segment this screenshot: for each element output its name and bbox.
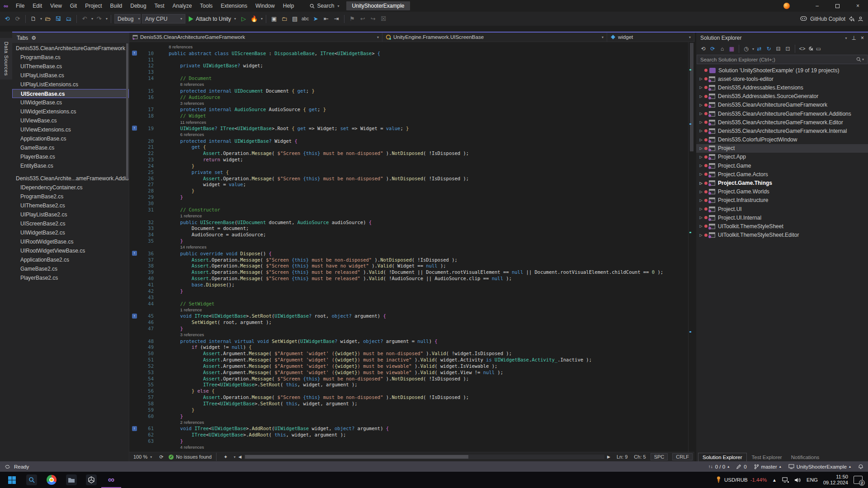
project-node[interactable]: ▷Project bbox=[696, 144, 868, 153]
bell-icon[interactable] bbox=[858, 464, 863, 469]
project-node[interactable]: ▷Denis535.Addressables.SourceGenerator bbox=[696, 92, 868, 101]
code-line[interactable]: 50 Assert.Argument.Message( $"Argument '… bbox=[129, 350, 688, 357]
project-node[interactable]: ▷Project.Game.Actors bbox=[696, 170, 868, 178]
codelens-row[interactable]: 8 references bbox=[129, 81, 688, 88]
document-tab-idependencycontainer-cs[interactable]: IDependencyContainer.cs bbox=[12, 183, 129, 192]
menu-debug[interactable]: Debug bbox=[126, 0, 150, 12]
code-line[interactable]: 51 Assert.Argument.Message( $"Argument '… bbox=[129, 357, 688, 363]
codelens-references[interactable]: 6 references bbox=[180, 132, 204, 137]
code-line[interactable]: 21 get { bbox=[129, 144, 688, 150]
codelens-row[interactable]: 6 references bbox=[129, 131, 688, 138]
menu-help[interactable]: Help bbox=[279, 0, 298, 12]
code-line[interactable]: 28 } bbox=[129, 188, 688, 194]
solution-search-input[interactable]: Search Solution Explorer (Ctrl+;) ▾ bbox=[697, 55, 868, 64]
codelens-references[interactable]: 3 references bbox=[180, 332, 204, 337]
codelens-row[interactable]: 3 references bbox=[129, 100, 688, 107]
code-line[interactable]: 48 protected internal virtual void SetWi… bbox=[129, 338, 688, 344]
code-line[interactable]: 17 protected internal AudioSource AudioS… bbox=[129, 106, 688, 113]
code-line[interactable]: ↑19 UIWidgetBase? ITree<UIWidgetBase>.Ro… bbox=[129, 125, 688, 131]
expander-icon[interactable]: ▷ bbox=[698, 94, 704, 99]
codelens-row[interactable]: 11 references bbox=[129, 119, 688, 125]
inheritance-margin-icon[interactable]: ↑ bbox=[132, 126, 137, 131]
codelens-references[interactable]: 1 reference bbox=[180, 307, 202, 312]
hot-reload-icon[interactable]: 🔥 bbox=[250, 14, 259, 24]
code-line[interactable]: 23 return widget; bbox=[129, 156, 688, 163]
menu-window[interactable]: Window bbox=[251, 0, 279, 12]
code-line[interactable]: 30 bbox=[129, 200, 688, 206]
active-solution-badge[interactable]: UnityShooterExample bbox=[346, 1, 410, 10]
scrollbar-thumb[interactable] bbox=[690, 43, 693, 151]
code-line[interactable]: ↑36 public override void Dispose() { bbox=[129, 250, 688, 257]
code-line[interactable]: 24 } bbox=[129, 163, 688, 169]
document-tab-uiplaylistbase2-cs[interactable]: UIPlayListBase2.cs bbox=[12, 210, 129, 219]
code-line[interactable]: 49 if (widget != null) { bbox=[129, 344, 688, 351]
menu-git[interactable]: Git bbox=[66, 0, 81, 12]
code-line[interactable]: 31 // Constructor bbox=[129, 206, 688, 213]
expander-icon[interactable]: ▷ bbox=[698, 146, 704, 150]
expander-icon[interactable]: ▷ bbox=[698, 77, 704, 81]
code-line[interactable]: 22 Assert.Operation.Message( $"Screen {t… bbox=[129, 150, 688, 156]
project-node[interactable]: ▷UIToolkit.ThemeStyleSheet bbox=[696, 222, 868, 230]
code-line[interactable]: 11 bbox=[129, 56, 688, 63]
code-line[interactable]: 16 // AudioSource bbox=[129, 94, 688, 100]
document-tab-uithemebase2-cs[interactable]: UIThemeBase2.cs bbox=[12, 201, 129, 210]
document-tab-uiscreenbase-cs[interactable]: UIScreenBase.cs bbox=[12, 89, 129, 98]
code-line[interactable]: 55 ITree<UIWidgetBase>.SetRoot( this, wi… bbox=[129, 382, 688, 388]
expander-icon[interactable]: ▷ bbox=[698, 164, 704, 168]
document-tab-uiwidgetextensions-cs[interactable]: UIWidgetExtensions.cs bbox=[12, 107, 129, 116]
project-node[interactable]: ▷Project.Game bbox=[696, 161, 868, 170]
member-dropdown[interactable]: widget▾ bbox=[607, 33, 694, 42]
tray-expand-icon[interactable]: ▲ bbox=[772, 478, 777, 483]
window-options-icon[interactable]: ▾ bbox=[845, 36, 847, 40]
code-line[interactable]: 35 } bbox=[129, 238, 688, 244]
menu-edit[interactable]: Edit bbox=[28, 0, 46, 12]
open-file-icon[interactable]: 🗁 bbox=[43, 14, 52, 24]
visual-studio-taskbar-icon[interactable]: ∞ bbox=[101, 472, 121, 488]
document-tab-applicationbase2-cs[interactable]: ApplicationBase2.cs bbox=[12, 255, 129, 264]
project-node[interactable]: ▷Project.App bbox=[696, 153, 868, 161]
zoom-control[interactable]: 100 %▾ bbox=[131, 454, 154, 460]
notification-center-icon[interactable]: 2 bbox=[854, 476, 863, 484]
window-layout-icon[interactable]: ▤ bbox=[290, 14, 299, 24]
properties-wrench-icon[interactable] bbox=[807, 46, 813, 52]
document-tab-uiviewbase-cs[interactable]: UIViewBase.cs bbox=[12, 116, 129, 125]
unity-connection-status[interactable]: UnityShooterExample ▴ bbox=[788, 464, 851, 469]
project-node[interactable]: ▷UIToolkit.ThemeStyleSheet.Editor bbox=[696, 231, 868, 239]
code-line[interactable]: 54 Assert.Operation.Message( $"Screen {t… bbox=[129, 375, 688, 382]
code-line[interactable]: 62 ITree<UIWidgetBase>.AddRoot( this, wi… bbox=[129, 432, 688, 438]
reload-icon[interactable]: ⟳ bbox=[157, 452, 166, 462]
codelens-references[interactable]: 8 references bbox=[169, 44, 193, 49]
scroll-left-icon[interactable]: ◀ bbox=[238, 455, 241, 459]
attach-to-unity-button[interactable]: Attach to Unity ▾ bbox=[187, 16, 238, 22]
document-tab-applicationbase-cs[interactable]: ApplicationBase.cs bbox=[12, 134, 129, 143]
navigate-back-icon[interactable]: ⟲ bbox=[3, 14, 12, 24]
code-line[interactable]: 63 } bbox=[129, 438, 688, 444]
unity-taskbar-icon[interactable] bbox=[81, 472, 101, 488]
gear-icon[interactable]: ⚙ bbox=[31, 35, 36, 41]
undo-icon[interactable]: ↶ bbox=[80, 14, 89, 24]
codelens-references[interactable]: 3 references bbox=[180, 101, 204, 106]
code-line[interactable]: 60 } bbox=[129, 413, 688, 419]
pending-changes-filter-icon[interactable]: ◷ bbox=[742, 44, 750, 53]
code-line[interactable]: 46 SetWidget( root, argument ); bbox=[129, 319, 688, 325]
preview-selected-items-icon[interactable]: ⊡ bbox=[783, 44, 792, 53]
expander-icon[interactable]: ▷ bbox=[698, 233, 704, 237]
project-node[interactable]: ▷Project.Game.Worlds bbox=[696, 188, 868, 196]
code-line[interactable]: 38 Assert.Operation.Message( $"Screen {t… bbox=[129, 263, 688, 269]
feedback-icon[interactable] bbox=[783, 3, 790, 9]
currency-ticker[interactable]: USD/RUB -1.44% bbox=[716, 476, 767, 483]
menu-analyze[interactable]: Analyze bbox=[169, 0, 196, 12]
codelens-references[interactable]: 2 references bbox=[180, 420, 204, 425]
code-line[interactable]: 20 protected internal UIWidgetBase? Widg… bbox=[129, 138, 688, 144]
expander-icon[interactable]: ▷ bbox=[698, 224, 704, 228]
code-line[interactable]: 27 widget = value; bbox=[129, 182, 688, 188]
code-line[interactable]: 59 } bbox=[129, 407, 688, 413]
expander-icon[interactable]: ▷ bbox=[698, 216, 704, 220]
start-without-debugging-icon[interactable]: ▷ bbox=[239, 14, 248, 24]
pending-changes-status[interactable]: 0 bbox=[736, 464, 746, 469]
code-text-area[interactable]: 8 references↑10 public abstract class UI… bbox=[129, 42, 688, 452]
expander-icon[interactable]: ▷ bbox=[698, 207, 704, 211]
bottom-tab-test-explorer[interactable]: Test Explorer bbox=[748, 453, 786, 461]
expander-icon[interactable]: ▷ bbox=[698, 138, 704, 142]
maximize-button[interactable] bbox=[827, 0, 848, 12]
